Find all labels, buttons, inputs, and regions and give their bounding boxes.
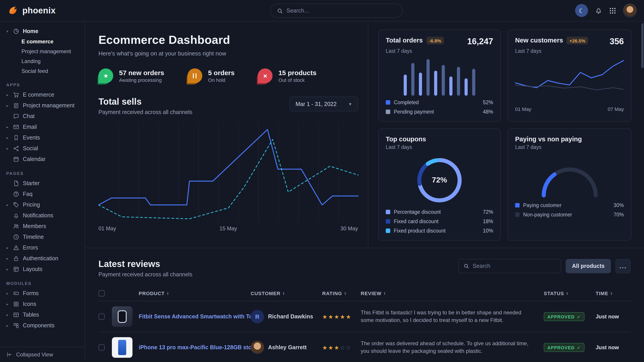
row-checkbox[interactable]: [98, 314, 105, 320]
moon-icon: ☾: [579, 7, 584, 14]
rating-stars: ★★★☆☆: [322, 344, 361, 352]
sidebar-item-errors[interactable]: ▸ Errors: [0, 242, 84, 253]
page-scrollbar[interactable]: [641, 23, 644, 68]
sidebar-item-project-management[interactable]: ▸ Project management: [0, 100, 84, 111]
sidebar-item-social[interactable]: ▸ Social: [0, 143, 84, 154]
sidebar-item-social-feed[interactable]: Social feed: [0, 66, 84, 76]
sidebar-item-notifications[interactable]: Notifications: [0, 210, 84, 221]
clock-icon: [13, 234, 19, 240]
notifications-bell-icon[interactable]: [595, 7, 602, 14]
check-icon: ✓: [577, 314, 581, 319]
sidebar-item-events[interactable]: ▸ Events: [0, 132, 84, 143]
search-input[interactable]: [286, 7, 396, 14]
trend-badge: +26.5%: [566, 37, 588, 44]
sort-icon: ▴▾: [283, 291, 285, 295]
chat-icon: [13, 113, 19, 119]
sidebar-item-project-management-dashboard[interactable]: Project management: [0, 46, 84, 56]
sidebar-item-ecommerce-dashboard[interactable]: E commerce: [0, 37, 84, 46]
order-stats: ★ 57 new orders Awating processing 5 ord…: [98, 68, 358, 83]
sidebar-item-pricing[interactable]: ▸ Pricing: [0, 199, 84, 210]
main-content: Ecommerce Dashboard Here's what's going …: [85, 21, 644, 362]
bell-icon: [13, 212, 19, 219]
column-rating[interactable]: RATING▴▾: [322, 291, 361, 296]
kpi-cards: Total orders -6.8% 16,247 Last 7 days Co…: [368, 21, 644, 248]
apps-grid-icon[interactable]: [609, 7, 616, 14]
legend-completed: Completed 52%: [386, 100, 493, 105]
brand-name: phoenix: [22, 5, 56, 15]
column-customer[interactable]: CUSTOMER▴▾: [250, 291, 322, 296]
dark-mode-toggle[interactable]: ☾: [575, 4, 588, 17]
sidebar-item-authentication[interactable]: ▸ Authentication: [0, 253, 84, 264]
sidebar-item-forms[interactable]: ▸ Forms: [0, 288, 84, 299]
chevron-right-icon: ▸: [5, 267, 10, 271]
collapse-sidebar-button[interactable]: Collapsed View: [0, 347, 84, 362]
section-label-pages: PAGES: [0, 165, 84, 178]
tag-icon: [13, 202, 19, 208]
product-image[interactable]: [112, 337, 132, 358]
legend-fixed-product-discount: Fixed product discount 10%: [386, 228, 493, 233]
trend-badge: -6.8%: [426, 37, 444, 44]
all-products-button[interactable]: All products: [566, 259, 611, 273]
cart-icon: [13, 92, 19, 98]
table-row: iPhone 13 pro max-Pacific Blue-128GB sto…: [98, 332, 630, 362]
chevron-right-icon: ▸: [5, 103, 10, 107]
clipboard-icon: [13, 102, 19, 109]
reviews-table: PRODUCT▴▾ CUSTOMER▴▾ RATING▴▾ REVIEW▴▾ S…: [98, 286, 630, 362]
reviews-search-input[interactable]: [472, 263, 556, 269]
latest-reviews-section: Latest reviews Payment received across a…: [85, 248, 644, 362]
sidebar-item-layouts[interactable]: ▸ Layouts: [0, 264, 84, 275]
total-sells-chart: 01 May 15 May 30 May: [98, 122, 358, 232]
sidebar-item-home[interactable]: ▾ Home: [0, 26, 84, 37]
pause-icon: [188, 68, 202, 83]
select-all-checkbox[interactable]: [98, 290, 105, 297]
total-orders-card: Total orders -6.8% 16,247 Last 7 days Co…: [378, 29, 501, 122]
product-link[interactable]: iPhone 13 pro max-Pacific Blue-128GB sto…: [139, 344, 250, 351]
total-sells-title: Total sells: [98, 97, 192, 107]
sidebar-item-chat[interactable]: Chat: [0, 111, 84, 122]
column-status[interactable]: STATUS▴▾: [544, 291, 596, 296]
chevron-right-icon: ▸: [5, 136, 10, 140]
date-range-select[interactable]: Mar 1 - 31, 2022 ▼: [290, 97, 358, 111]
row-checkbox[interactable]: [98, 344, 105, 351]
sidebar-item-faq[interactable]: Faq: [0, 189, 84, 199]
column-product[interactable]: PRODUCT▴▾: [139, 291, 250, 296]
sidebar-item-timeline[interactable]: Timeline: [0, 232, 84, 242]
sort-icon: ▴▾: [566, 291, 568, 295]
more-options-button[interactable]: ...: [615, 259, 630, 273]
sidebar-item-icons[interactable]: ▸ Icons: [0, 299, 84, 310]
product-image[interactable]: [112, 306, 132, 327]
top-coupons-donut-chart: 72%: [414, 155, 464, 205]
chevron-right-icon: ▸: [5, 324, 10, 328]
page-title: Ecommerce Dashboard: [98, 33, 358, 47]
table-row: Fitbit Sense Advanced Smartwatch with To…: [98, 301, 630, 332]
chevron-right-icon: ▸: [5, 302, 10, 306]
legend-pending-payment: Pending payment 48%: [386, 109, 493, 114]
top-coupons-card: Top coupons Last 7 days 72% Percentage d…: [378, 128, 501, 241]
brand[interactable]: phoenix: [7, 5, 86, 16]
legend-percentage-discount: Percentage discount 72%: [386, 209, 493, 215]
sidebar-home-children: E commerce Project management Landing So…: [0, 37, 84, 76]
sidebar-item-tables[interactable]: ▸ Tables: [0, 310, 84, 320]
page-subtitle: Here's what's going on at your business …: [98, 50, 358, 57]
sidebar-item-starter[interactable]: Starter: [0, 178, 84, 189]
components-icon: [13, 323, 19, 329]
chevron-right-icon: ▸: [5, 291, 10, 295]
product-link[interactable]: Fitbit Sense Advanced Smartwatch with To…: [139, 314, 250, 320]
table-header-row: PRODUCT▴▾ CUSTOMER▴▾ RATING▴▾ REVIEW▴▾ S…: [98, 286, 630, 301]
stat-orders-on-hold: 5 orders On hold: [188, 68, 234, 83]
avatar: [250, 341, 264, 354]
status-badge: APPROVED✓: [544, 343, 584, 352]
customer-cell: Ashley Garrett: [250, 341, 322, 354]
bookmark-icon: [13, 135, 19, 141]
sidebar-item-components[interactable]: ▸ Components: [0, 320, 84, 331]
sidebar-item-landing[interactable]: Landing: [0, 56, 84, 66]
total-sells-line-chart: [98, 122, 358, 222]
sidebar-item-ecommerce[interactable]: ▸ E commerce: [0, 89, 84, 100]
question-circle-icon: [13, 191, 19, 197]
sidebar-item-members[interactable]: Members: [0, 221, 84, 232]
user-avatar[interactable]: [623, 3, 637, 17]
column-review[interactable]: REVIEW▴▾: [361, 291, 544, 296]
column-time[interactable]: TIME▴▾: [596, 291, 630, 296]
sidebar-item-email[interactable]: ▸ Email: [0, 122, 84, 132]
sidebar-item-calendar[interactable]: Calendar: [0, 154, 84, 165]
